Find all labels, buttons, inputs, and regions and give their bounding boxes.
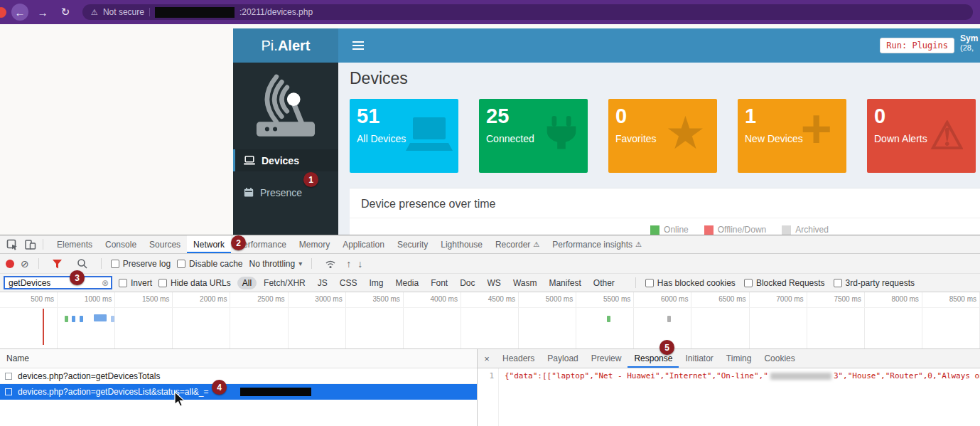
timeline-gridline: 2500 ms (230, 292, 288, 348)
star-icon: ★ (665, 110, 706, 156)
filter-pill-manifest[interactable]: Manifest (544, 277, 586, 289)
disable-cache-checkbox[interactable]: Disable cache (177, 259, 242, 269)
filter-checkbox-has-blocked-cookies[interactable]: Has blocked cookies (645, 278, 736, 288)
devtools-tab-security[interactable]: Security (391, 235, 434, 253)
browser-reload-button[interactable]: ↻ (57, 4, 74, 21)
tab-label: Lighthouse (441, 240, 483, 250)
details-tab-headers[interactable]: Headers (496, 349, 541, 368)
legend-item-online: Online (650, 225, 689, 235)
hide-data-urls-checkbox[interactable]: Hide data URLs (158, 278, 231, 288)
browser-back-button[interactable]: ← (11, 4, 28, 21)
header-user-info[interactable]: Sym (28, (960, 33, 979, 53)
filter-icon[interactable] (48, 255, 67, 272)
router-icon (246, 73, 325, 138)
devtools-tab-elements[interactable]: Elements (50, 235, 99, 253)
inspect-element-icon[interactable] (3, 236, 21, 253)
throttling-value: No throttling (249, 259, 295, 269)
sidebar-toggle-icon[interactable] (352, 41, 364, 50)
checkbox-label: Invert (131, 278, 152, 288)
invert-checkbox[interactable]: Invert (119, 278, 152, 288)
search-icon[interactable] (73, 255, 92, 272)
sidebar-item-label: Presence (260, 187, 302, 198)
filter-pill-font[interactable]: Font (426, 277, 453, 289)
filter-pill-fetch-xhr[interactable]: Fetch/XHR (259, 277, 311, 289)
sidebar-menu: Devices Presence (233, 149, 338, 203)
devtools-tab-network[interactable]: Network (187, 235, 231, 253)
filter-input-box: ⊗ (4, 276, 112, 289)
app-logo[interactable]: Pi.Alert (233, 28, 338, 63)
brand-prefix: Pi. (262, 38, 278, 54)
devtools-tab-sources[interactable]: Sources (143, 235, 187, 253)
details-tab-cookies[interactable]: Cookies (758, 349, 801, 368)
filter-pill-ws[interactable]: WS (483, 277, 506, 289)
filter-checkbox-blocked-requests[interactable]: Blocked Requests (744, 278, 825, 288)
timeline-label: 500 ms (31, 295, 54, 303)
timeline-gridline: 3500 ms (346, 292, 404, 348)
device-toolbar-icon[interactable] (21, 236, 40, 253)
filter-pill-doc[interactable]: Doc (455, 277, 480, 289)
stat-card-connected[interactable]: 25 Connected (479, 99, 588, 173)
filter-pill-js[interactable]: JS (313, 277, 333, 289)
details-tab-initiator[interactable]: Initiator (679, 349, 719, 368)
filter-pill-css[interactable]: CSS (335, 277, 362, 289)
preserve-log-checkbox[interactable]: Preserve log (111, 259, 171, 269)
back-icon: ← (15, 6, 26, 18)
import-har-icon[interactable]: ↑ (346, 259, 351, 269)
brand-suffix: Alert (278, 38, 311, 54)
tab-label: Recorder (495, 240, 530, 250)
page-title: Devices (350, 69, 980, 88)
checkbox-icon (158, 279, 167, 287)
stat-card-new-devices[interactable]: 1 New Devices + (738, 99, 846, 173)
stat-card-all-devices[interactable]: 51 All Devices (350, 99, 458, 173)
export-har-icon[interactable]: ↓ (357, 259, 362, 269)
app-content: Devices 51 All Devices 25 Connected 0 (338, 63, 980, 235)
not-secure-icon: ⚠ (91, 8, 98, 17)
name-column-header[interactable]: Name (6, 353, 29, 363)
filter-pill-img[interactable]: Img (364, 277, 388, 289)
request-list: Name devices.php?action=getDevicesTotals… (0, 349, 478, 426)
details-tab-preview[interactable]: Preview (585, 349, 628, 368)
throttling-dropdown[interactable]: No throttling ▾ (249, 259, 302, 269)
stat-card-down-alerts[interactable]: 0 Down Alerts ⚠ (867, 99, 976, 173)
filter-pill-all[interactable]: All (237, 277, 257, 289)
timeline-gridline: 2000 ms (173, 292, 230, 348)
response-text[interactable]: {"data":[["laptop","Net - Huawei","Inter… (499, 368, 980, 426)
devtools-tab-performance-insights[interactable]: Performance insights⚠ (546, 235, 648, 253)
filter-checkbox-3rd-party-requests[interactable]: 3rd-party requests (834, 278, 915, 288)
panel-title: Device presence over time (350, 188, 980, 218)
legend-item-offline-down: Offline/Down (704, 225, 766, 235)
legend-item-archived: Archived (782, 225, 829, 235)
devtools-tab-lighthouse[interactable]: Lighthouse (434, 235, 489, 253)
sidebar-item-presence[interactable]: Presence (233, 181, 338, 203)
filter-pill-wasm[interactable]: Wasm (508, 277, 542, 289)
close-details-icon[interactable]: × (478, 353, 496, 364)
details-tab-payload[interactable]: Payload (541, 349, 584, 368)
stat-card-favorites[interactable]: 0 Favorites ★ (608, 99, 717, 173)
record-button[interactable] (6, 260, 14, 268)
run-plugins-button[interactable]: Run: Plugins (880, 38, 954, 53)
request-row-selected[interactable]: devices.php?action=getDevicesList&status… (0, 384, 477, 400)
filter-pill-media[interactable]: Media (390, 277, 424, 289)
sidebar-item-devices[interactable]: Devices (233, 149, 338, 171)
devtools-tab-console[interactable]: Console (99, 235, 143, 253)
clear-filter-icon[interactable]: ⊗ (102, 278, 109, 288)
network-overview-timeline[interactable]: 500 ms1000 ms1500 ms2000 ms2500 ms3000 m… (0, 292, 980, 349)
request-row[interactable]: devices.php?action=getDevicesTotals (0, 368, 477, 384)
devtools-tab-memory[interactable]: Memory (293, 235, 336, 253)
network-filter-input[interactable] (9, 278, 102, 288)
address-bar[interactable]: ⚠ Not secure :20211/devices.php (82, 4, 973, 20)
devtools-tab-application[interactable]: Application (336, 235, 391, 253)
url-host-redaction (155, 7, 235, 18)
browser-forward-button[interactable]: → (34, 4, 51, 21)
browser-toolbar: ← → ↻ ⚠ Not secure :20211/devices.php (0, 0, 980, 24)
tab-label: Console (105, 240, 136, 250)
line-number-gutter: 1 (478, 368, 499, 426)
filter-pill-other[interactable]: Other (588, 277, 620, 289)
response-json-prefix: {"data":[["laptop","Net - Huawei","Inter… (505, 371, 768, 380)
devtools-tab-recorder[interactable]: Recorder⚠ (489, 235, 546, 253)
timeline-activity-mark (667, 316, 671, 322)
details-tab-timing[interactable]: Timing (720, 349, 758, 368)
annotation-badge-3: 3 (70, 270, 85, 285)
clear-icon[interactable]: ⊘ (21, 259, 29, 269)
network-conditions-icon[interactable] (321, 255, 340, 272)
